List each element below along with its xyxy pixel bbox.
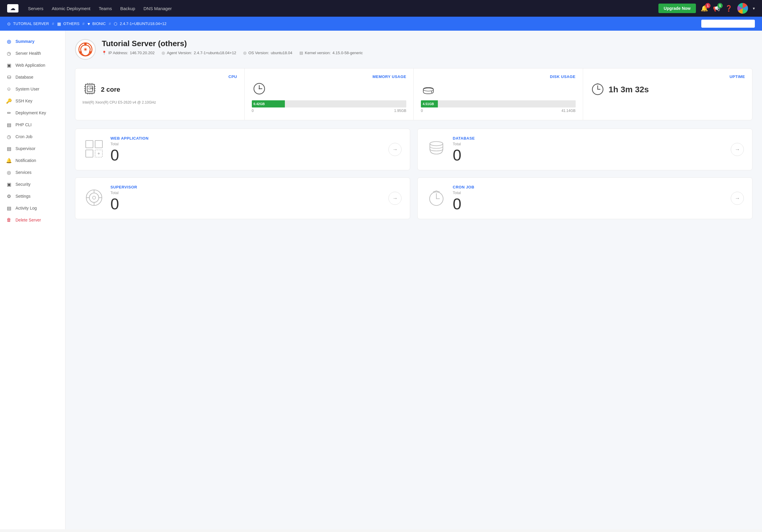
version-breadcrumb-icon: ⬡: [114, 22, 117, 26]
agent-value: 2.4.7-1+ubuntu18.04+12: [194, 50, 236, 55]
breadcrumb-bar: ⊙ TUTORIAL SERVER # ▦ OTHERS # ♥ BIONIC …: [0, 17, 762, 31]
server-breadcrumb-icon: ⊙: [7, 22, 11, 26]
delete-server-icon: 🗑: [6, 217, 12, 223]
security-icon: ▣: [6, 181, 12, 187]
activity-log-icon: ▤: [6, 205, 12, 211]
sidebar-item-delete-server[interactable]: 🗑 Delete Server: [0, 214, 65, 226]
svg-point-23: [423, 88, 433, 91]
os-value: ubuntu18.04: [271, 50, 292, 55]
server-header: Tutorial Server (others) 📍 IP Address: 1…: [75, 39, 752, 60]
ubuntu-logo-svg: [78, 42, 93, 56]
disk-progress-labels: 0 41.14GB: [421, 109, 576, 113]
server-meta: 📍 IP Address: 146.70.20.202 ◎ Agent Vers…: [102, 50, 363, 55]
database-icon: ⛁: [6, 74, 12, 80]
sidebar-label-system-user: System User: [16, 87, 39, 91]
memory-bar-fill: 0.42GB: [252, 100, 285, 108]
sidebar-item-ssh-key[interactable]: 🔑 SSH Key: [0, 95, 65, 107]
disk-stat-card: DISK USAGE 4.51GB: [414, 68, 583, 120]
web-app-count: 0: [111, 147, 382, 163]
megaphone-icon[interactable]: 📢 5: [713, 5, 720, 12]
supervisor-arrow[interactable]: →: [388, 192, 402, 205]
breadcrumb-bionic[interactable]: ♥ BIONIC: [88, 22, 106, 26]
sidebar-item-cron-job[interactable]: ◷ Cron Job: [0, 131, 65, 143]
nav-dns-manager[interactable]: DNS Manager: [143, 6, 172, 11]
svg-rect-26: [86, 140, 93, 148]
memory-icon-row: [252, 81, 407, 98]
web-app-total-label: Total: [111, 142, 382, 146]
memory-used-label: 0.42GB: [254, 102, 265, 106]
sidebar-item-services[interactable]: ◎ Services: [0, 166, 65, 178]
kernel-label: Kernel version:: [305, 50, 331, 55]
nav-atomic-deployment[interactable]: Atomic Deployment: [52, 6, 91, 11]
web-app-arrow[interactable]: →: [388, 143, 402, 156]
sidebar-item-php-cli[interactable]: ▤ PHP CLI: [0, 119, 65, 131]
service-grid: WEB APPLICATION Total 0 → DATA: [75, 129, 752, 219]
web-application-card: WEB APPLICATION Total 0 →: [75, 129, 410, 170]
breadcrumb-version-label: 2.4.7-1+UBUNTU18.04+12: [120, 22, 166, 26]
sidebar-item-security[interactable]: ▣ Security: [0, 178, 65, 190]
avatar[interactable]: [737, 3, 748, 14]
sidebar-item-database[interactable]: ⛁ Database: [0, 71, 65, 83]
supervisor-svg-icon: [84, 187, 105, 208]
breadcrumb-tutorial-server[interactable]: ⊙ TUTORIAL SERVER: [7, 22, 49, 26]
svg-point-24: [431, 91, 432, 93]
breadcrumb-version[interactable]: ⬡ 2.4.7-1+UBUNTU18.04+12: [114, 22, 166, 26]
sidebar-label-settings: Settings: [16, 194, 31, 198]
sidebar-item-web-application[interactable]: ▣ Web Application: [0, 59, 65, 71]
web-app-name: WEB APPLICATION: [111, 136, 382, 140]
database-arrow[interactable]: →: [731, 143, 744, 156]
notification-bell[interactable]: 🔔 1: [701, 5, 708, 12]
svg-point-34: [89, 193, 99, 202]
stats-grid: CPU: [75, 68, 752, 120]
memory-label: MEMORY USAGE: [252, 74, 407, 79]
sidebar-item-summary[interactable]: ◎ Summary: [0, 36, 65, 47]
database-name: DATABASE: [453, 136, 725, 140]
cron-job-icon: ◷: [6, 134, 12, 140]
nav-servers[interactable]: Servers: [28, 6, 43, 11]
disk-bar-track: 4.51GB: [421, 100, 576, 108]
memory-progress: 0.42GB 0 1.95GB: [252, 100, 407, 113]
server-logo: [75, 39, 96, 60]
sidebar-item-supervisor[interactable]: ▤ Supervisor: [0, 143, 65, 155]
sidebar-label-cron-job: Cron Job: [16, 134, 33, 139]
nav-teams[interactable]: Teams: [99, 6, 112, 11]
supervisor-name: SUPERVISOR: [111, 185, 382, 190]
os-meta: ◎ OS Version: ubuntu18.04: [243, 50, 292, 55]
logo[interactable]: ☁: [7, 4, 19, 13]
agent-icon: ◎: [162, 50, 165, 55]
breadcrumb-others[interactable]: ▦ OTHERS: [57, 22, 79, 26]
os-label: OS Version:: [248, 50, 269, 55]
cpu-icon-row: CPU 2 core: [82, 81, 237, 98]
sidebar-item-activity-log[interactable]: ▤ Activity Log: [0, 202, 65, 214]
sidebar-item-settings[interactable]: ⚙ Settings: [0, 190, 65, 202]
cpu-label: CPU: [82, 74, 237, 79]
logo-icon: ☁: [7, 4, 19, 13]
svg-text:CPU: CPU: [88, 87, 93, 90]
kernel-meta: ▤ Kernel version: 4.15.0-58-generic: [299, 50, 363, 55]
bionic-breadcrumb-icon: ♥: [88, 22, 90, 26]
deployment-key-icon: ✏: [6, 110, 12, 116]
account-chevron[interactable]: ▾: [753, 6, 755, 11]
disk-bar-fill: 4.51GB: [421, 100, 438, 108]
web-application-icon: ▣: [6, 62, 12, 68]
cron-job-svg-icon: [426, 187, 447, 208]
sidebar-item-server-health[interactable]: ◷ Server Health: [0, 47, 65, 59]
disk-icon-row: [421, 81, 576, 98]
breadcrumb-search-input[interactable]: [701, 20, 755, 28]
nav-backup[interactable]: Backup: [120, 6, 135, 11]
sidebar-item-deployment-key[interactable]: ✏ Deployment Key: [0, 107, 65, 119]
server-info: Tutorial Server (others) 📍 IP Address: 1…: [102, 39, 363, 55]
cron-job-arrow[interactable]: →: [731, 192, 744, 205]
svg-point-32: [430, 142, 443, 146]
sidebar-item-notification[interactable]: 🔔 Notification: [0, 155, 65, 166]
cron-job-icon-wrap: [426, 187, 447, 209]
sidebar: ◎ Summary ◷ Server Health ▣ Web Applicat…: [0, 31, 65, 529]
sidebar-item-system-user[interactable]: ☺ System User: [0, 83, 65, 95]
uptime-stat-card: UPTIME 1h 3m 32s: [583, 68, 752, 120]
disk-max: 41.14GB: [562, 109, 575, 113]
cron-job-card: CRON JOB Total 0 →: [417, 178, 752, 219]
upgrade-button[interactable]: Upgrade Now: [658, 4, 696, 13]
help-icon[interactable]: ❓: [725, 5, 732, 12]
svg-point-5: [85, 48, 86, 50]
cron-job-total-label: Total: [453, 190, 725, 195]
